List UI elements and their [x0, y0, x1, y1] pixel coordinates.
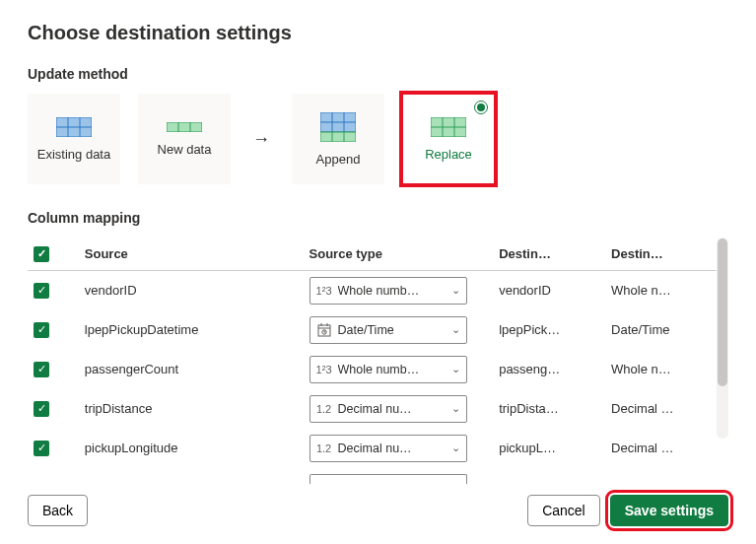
- cell-destination: passeng…: [493, 350, 605, 389]
- footer: Back Cancel Save settings: [28, 495, 728, 526]
- type-icon: 1.2: [316, 403, 332, 415]
- header-source: Source: [79, 238, 304, 270]
- mapping-table: ✓ Source Source type Destin… Destin… ✓ve…: [28, 238, 718, 490]
- header-source-type: Source type: [304, 238, 494, 270]
- type-label: Decimal nu…: [338, 442, 446, 455]
- chevron-down-icon: ⌄: [451, 284, 460, 297]
- type-label: Whole numb…: [338, 363, 446, 376]
- scrollbar-thumb[interactable]: [718, 238, 727, 386]
- card-replace[interactable]: Replace: [402, 94, 495, 184]
- page-title: Choose destination settings: [28, 22, 728, 44]
- cell-destination: vendorID: [493, 270, 605, 310]
- cell-destination-type: Decimal …: [605, 429, 718, 468]
- cell-source: pickupLongitude: [79, 429, 304, 468]
- cell-source: passengerCount: [79, 350, 304, 389]
- source-type-select[interactable]: Date/Time⌄: [309, 316, 467, 344]
- card-new-data: New data: [138, 94, 231, 184]
- chevron-down-icon: ⌄: [451, 402, 460, 415]
- cancel-button[interactable]: Cancel: [527, 495, 600, 526]
- svg-rect-4: [167, 122, 202, 132]
- cell-destination-type: Whole n…: [605, 270, 718, 310]
- row-checkbox[interactable]: ✓: [34, 283, 49, 299]
- table-row-partial: [28, 468, 718, 490]
- append-icon: [320, 112, 356, 142]
- cell-destination-type: Decimal …: [605, 389, 718, 429]
- card-append[interactable]: Append: [292, 94, 384, 184]
- source-type-select[interactable]: 1.2Decimal nu…⌄: [309, 395, 467, 423]
- type-icon: [316, 323, 332, 337]
- column-mapping-label: Column mapping: [28, 210, 728, 226]
- cell-destination: lpepPick…: [493, 310, 605, 350]
- save-settings-button[interactable]: Save settings: [610, 495, 728, 526]
- row-checkbox[interactable]: ✓: [34, 401, 49, 417]
- cell-destination: tripDista…: [493, 389, 605, 429]
- update-method-row: Existing data New data → Append Replace: [28, 94, 728, 184]
- row-checkbox[interactable]: ✓: [34, 441, 49, 456]
- card-label: New data: [158, 142, 212, 157]
- card-label: Append: [316, 152, 361, 167]
- type-icon: 1²3: [316, 285, 332, 297]
- header-destination: Destin…: [493, 238, 605, 270]
- scrollbar[interactable]: [717, 238, 728, 439]
- chevron-down-icon: ⌄: [451, 363, 460, 375]
- source-type-select[interactable]: 1.2Decimal nu…⌄: [309, 435, 467, 462]
- table-row: ✓pickupLongitude1.2Decimal nu…⌄pickupL…D…: [28, 429, 718, 468]
- type-label: Whole numb…: [338, 284, 446, 298]
- row-icon: [167, 122, 202, 132]
- chevron-down-icon: ⌄: [451, 442, 460, 454]
- table-row: ✓vendorID1²3Whole numb…⌄vendorIDWhole n…: [28, 270, 718, 310]
- card-label: Existing data: [37, 147, 110, 162]
- type-icon: 1²3: [316, 364, 332, 375]
- card-existing-data: Existing data: [28, 94, 120, 184]
- radio-selected-icon: [474, 101, 488, 114]
- source-type-select[interactable]: [309, 474, 467, 484]
- check-icon: ✓: [34, 246, 49, 262]
- row-checkbox[interactable]: ✓: [34, 322, 49, 338]
- cell-source: vendorID: [79, 270, 304, 310]
- replace-icon: [431, 117, 466, 137]
- header-destination-type: Destin…: [605, 238, 718, 270]
- source-type-select[interactable]: 1²3Whole numb…⌄: [309, 277, 467, 305]
- type-icon: 1.2: [316, 442, 332, 454]
- table-row: ✓lpepPickupDatetimeDate/Time⌄lpepPick…Da…: [28, 310, 718, 350]
- type-label: Date/Time: [338, 323, 446, 337]
- table-icon: [56, 117, 92, 137]
- cell-destination: pickupL…: [493, 429, 605, 468]
- table-row: ✓passengerCount1²3Whole numb…⌄passeng…Wh…: [28, 350, 718, 389]
- cell-destination-type: Date/Time: [605, 310, 718, 350]
- cell-destination-type: Whole n…: [605, 350, 718, 389]
- row-checkbox[interactable]: ✓: [34, 362, 49, 377]
- type-label: Decimal nu…: [338, 402, 446, 416]
- svg-rect-11: [320, 132, 356, 142]
- cell-source: lpepPickupDatetime: [79, 310, 304, 350]
- table-row: ✓tripDistance1.2Decimal nu…⌄tripDista…De…: [28, 389, 718, 429]
- chevron-down-icon: ⌄: [451, 323, 460, 336]
- arrow-icon: →: [248, 129, 274, 150]
- source-type-select[interactable]: 1²3Whole numb…⌄: [309, 356, 467, 383]
- cell-source: tripDistance: [79, 389, 304, 429]
- card-label: Replace: [425, 147, 472, 162]
- update-method-label: Update method: [28, 66, 728, 82]
- back-button[interactable]: Back: [28, 495, 88, 526]
- header-checkbox[interactable]: ✓: [28, 238, 79, 270]
